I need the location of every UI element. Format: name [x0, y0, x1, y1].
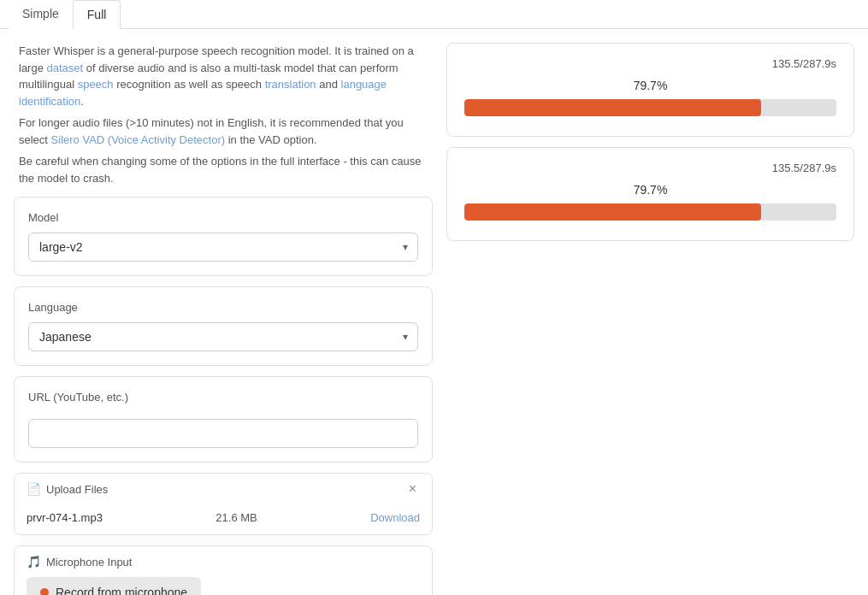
right-panel: 135.5/287.9s 79.7% 135.5/287.9s 79.7%: [446, 43, 854, 595]
progress-bar-bg-1: [464, 99, 836, 116]
upload-section: 📄 Upload Files × prvr-074-1.mp3 21.6 MB …: [14, 473, 433, 535]
upload-header: 📄 Upload Files ×: [15, 474, 432, 504]
language-section: Language Auto English Japanese Chinese F…: [14, 286, 433, 366]
main-content: Faster Whisper is a general-purpose spee…: [0, 29, 868, 595]
progress-percent-2: 79.7%: [464, 183, 836, 197]
tab-simple[interactable]: Simple: [9, 0, 73, 29]
file-row: prvr-074-1.mp3 21.6 MB Download: [15, 504, 432, 534]
model-label: Model: [28, 211, 418, 224]
record-label: Record from microphone: [56, 586, 187, 595]
upload-label: Upload Files: [46, 483, 108, 496]
record-button[interactable]: Record from microphone: [27, 577, 201, 595]
progress-bar-fill-2: [464, 203, 761, 221]
url-input[interactable]: [28, 419, 418, 448]
progress-card-2: 135.5/287.9s 79.7%: [446, 147, 854, 241]
download-link[interactable]: Download: [370, 511, 420, 524]
mic-label: Microphone Input: [46, 556, 132, 568]
progress-time-1: 135.5/287.9s: [464, 57, 836, 70]
record-dot-icon: [40, 588, 49, 595]
url-section: URL (YouTube, etc.): [14, 376, 433, 462]
url-label: URL (YouTube, etc.): [28, 391, 418, 404]
file-name: prvr-074-1.mp3: [27, 511, 103, 524]
mic-icon: 🎵: [27, 555, 41, 568]
tab-full[interactable]: Full: [73, 0, 121, 29]
progress-card-1: 135.5/287.9s 79.7%: [446, 43, 854, 137]
language-select[interactable]: Auto English Japanese Chinese French Ger…: [28, 322, 418, 351]
tab-bar: Simple Full: [0, 0, 868, 29]
progress-time-2: 135.5/287.9s: [464, 162, 836, 174]
left-panel: Faster Whisper is a general-purpose spee…: [14, 43, 433, 595]
progress-bar-fill-1: [464, 99, 761, 116]
info-text: Faster Whisper is a general-purpose spee…: [14, 43, 433, 186]
model-select-wrapper: tiny base small medium large large-v2 la…: [28, 233, 418, 262]
progress-percent-1: 79.7%: [464, 79, 836, 92]
close-upload-button[interactable]: ×: [405, 482, 420, 496]
progress-bar-bg-2: [464, 203, 836, 221]
language-select-wrapper: Auto English Japanese Chinese French Ger…: [28, 322, 418, 351]
mic-header: 🎵 Microphone Input: [27, 555, 420, 568]
upload-button[interactable]: 📄 Upload Files: [27, 482, 108, 496]
language-label: Language: [28, 301, 418, 314]
model-select[interactable]: tiny base small medium large large-v2 la…: [28, 233, 418, 262]
file-size: 21.6 MB: [216, 511, 257, 524]
mic-section: 🎵 Microphone Input Record from microphon…: [14, 545, 433, 595]
file-icon: 📄: [27, 482, 41, 496]
model-section: Model tiny base small medium large large…: [14, 197, 433, 276]
